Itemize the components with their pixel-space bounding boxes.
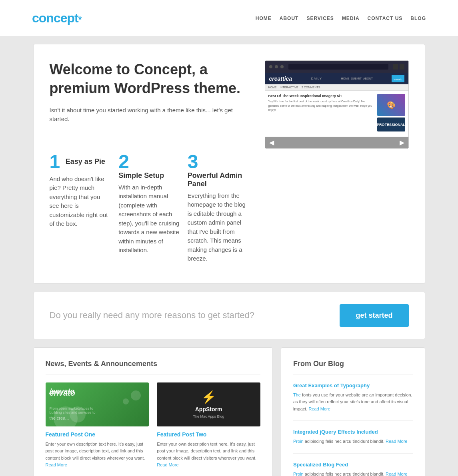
browser-mockup: creattica DAILY HOME SUBMIT ABOUT envato… <box>265 60 409 149</box>
hero-image: creattica DAILY HOME SUBMIT ABOUT envato… <box>265 60 409 149</box>
blog-posts: Great Examples of Typography The fonts y… <box>293 382 413 476</box>
mock-nav-item: ABOUT <box>363 77 373 80</box>
main-nav: HOMEABOUTSERVICESMEDIACONTACT USBLOG <box>256 15 426 21</box>
content-section: News, Events & Announcements /envato Fro… <box>33 347 425 476</box>
nav-item-home[interactable]: HOME <box>256 16 272 21</box>
blog-post-feed: Specialized Blog Feed Proin adipiscing f… <box>293 462 413 476</box>
news-post-1: /envato From open marketplaces tobuildin… <box>46 382 149 469</box>
site-nav-mock: HOME SUBMIT ABOUT <box>341 77 373 80</box>
browser-content: HOME INTERACTIVE 2 COMMENTS Best Of The … <box>265 84 408 148</box>
feature-3: 3 Powerful Admin Panel Everything from t… <box>188 152 249 263</box>
feature-desc: Everything from the homepage to the blog… <box>188 191 249 263</box>
blog-post-title-typography[interactable]: Great Examples of Typography <box>293 382 413 388</box>
feature-title: Simple Setup <box>118 171 164 180</box>
browser-arrows[interactable]: ◀ ▶ <box>265 137 408 148</box>
post-image-envato: /envato From open marketplaces tobuildin… <box>46 382 149 426</box>
browser-dot-2 <box>275 65 278 68</box>
nav-item-blog[interactable]: BLOG <box>410 16 426 21</box>
prev-arrow-icon[interactable]: ◀ <box>269 139 274 146</box>
envato-tagline: From open marketplaces tobuilding sites … <box>50 406 96 414</box>
nav-item-services[interactable]: SERVICES <box>306 16 334 21</box>
site-logo[interactable]: concept* <box>32 11 81 26</box>
logo-symbol: * <box>78 14 82 24</box>
hero-section: Welcome to Concept, a premium WordPress … <box>33 44 425 284</box>
post-1-desc: Enter your own description text here. It… <box>46 441 149 469</box>
news-title: News, Events & Announcements <box>46 360 260 374</box>
content-body: Best Of The Week Inspirational Imagery 5… <box>265 91 408 135</box>
logo-text: concept <box>32 11 78 25</box>
hero-text: Welcome to Concept, a premium WordPress … <box>50 60 249 263</box>
blog-section: From Our Blog Great Examples of Typograp… <box>281 347 425 476</box>
blog-post-title-jquery[interactable]: Integrated jQuery Effects Included <box>293 429 413 435</box>
post-2-read-more[interactable]: Read More <box>157 462 178 467</box>
blog-post-title-feed[interactable]: Specialized Blog Feed <box>293 462 413 468</box>
blog-post-desc-typography: The fonts you use for your website are a… <box>293 392 413 413</box>
browser-site-header: creattica DAILY HOME SUBMIT ABOUT envato <box>265 73 408 84</box>
content-nav: HOME INTERACTIVE 2 COMMENTS <box>265 84 408 91</box>
blog-read-more-feed[interactable]: Read More <box>386 472 407 476</box>
feature-1: 1 Easy as Pie And who doesn't like pie? … <box>50 152 111 263</box>
cta-text: Do you really need any more reasons to g… <box>50 310 254 321</box>
nav-item-contact[interactable]: CONTACT US <box>368 16 403 21</box>
post-image-appstorm: ⚡ AppStorm The Mac Apps Blog <box>157 382 260 426</box>
news-posts: /envato From open marketplaces tobuildin… <box>46 382 260 469</box>
post-2-title[interactable]: Featured Post Two <box>157 431 260 438</box>
browser-bar <box>265 61 408 73</box>
mock-nav-item: HOME <box>341 77 349 80</box>
news-section: News, Events & Announcements /envato Fro… <box>33 347 273 476</box>
cta-section: Do you really need any more reasons to g… <box>33 292 425 339</box>
feature-number: 1 <box>50 152 60 171</box>
mock-post-text: Yay! It's time for the first best of the… <box>268 100 374 112</box>
blog-post-desc-jquery: Proin adipiscing felis nec arcu tincidun… <box>293 438 413 445</box>
feature-desc: With an in-depth installation manual (co… <box>118 183 180 255</box>
mock-image-1: 🎨 <box>377 94 405 116</box>
appstorm-text: AppStorm <box>195 406 222 412</box>
envato-text: /envato <box>50 387 75 396</box>
site-tagline: DAILY <box>311 77 322 80</box>
blog-post-desc-feed: Proin adipiscing felis nec arcu tincidun… <box>293 471 413 476</box>
blog-post-typography: Great Examples of Typography The fonts y… <box>293 382 413 421</box>
feature-number: 3 <box>188 152 198 171</box>
blog-read-more-typography[interactable]: Read More <box>308 406 330 411</box>
mock-post-title: Best Of The Week Inspirational Imagery 5… <box>268 94 374 98</box>
post-2-desc: Enter your own description text here. It… <box>157 441 260 469</box>
site-name: creattica <box>269 76 292 82</box>
post-1-read-more[interactable]: Read More <box>46 462 67 467</box>
mock-nav-item: SUBMIT <box>351 77 361 80</box>
bolt-icon: ⚡ <box>201 390 216 404</box>
next-arrow-icon[interactable]: ▶ <box>400 139 404 146</box>
browser-dot-1 <box>269 65 272 68</box>
feature-number: 2 <box>118 152 129 171</box>
feature-title: Easy as Pie <box>66 157 105 166</box>
envato-badge: envato <box>392 75 404 82</box>
news-post-2: ⚡ AppStorm The Mac Apps Blog Featured Po… <box>157 382 260 469</box>
nav-item-media[interactable]: MEDIA <box>342 16 360 21</box>
post-1-title[interactable]: Featured Post One <box>46 431 149 438</box>
feature-desc: And who doesn't like pie? Pretty much ev… <box>50 175 111 229</box>
get-started-button[interactable]: get started <box>340 304 408 327</box>
mock-image-2: PROFESSIONAL <box>377 118 405 131</box>
nav-item-about[interactable]: ABOUT <box>280 16 299 21</box>
feature-title: Powerful Admin Panel <box>188 171 249 188</box>
appstorm-sub: The Mac Apps Blog <box>193 414 224 418</box>
blog-read-more-jquery[interactable]: Read More <box>386 439 407 444</box>
blog-post-jquery: Integrated jQuery Effects Included Proin… <box>293 429 413 454</box>
browser-dot-3 <box>280 65 284 68</box>
feature-2: 2 Simple Setup With an in-depth installa… <box>118 152 180 263</box>
features-row: 1 Easy as Pie And who doesn't like pie? … <box>50 140 249 263</box>
hero-title: Welcome to Concept, a premium WordPress … <box>50 60 249 98</box>
blog-title: From Our Blog <box>293 360 413 374</box>
hero-subtitle: Isn't it about time you started working … <box>50 106 249 124</box>
